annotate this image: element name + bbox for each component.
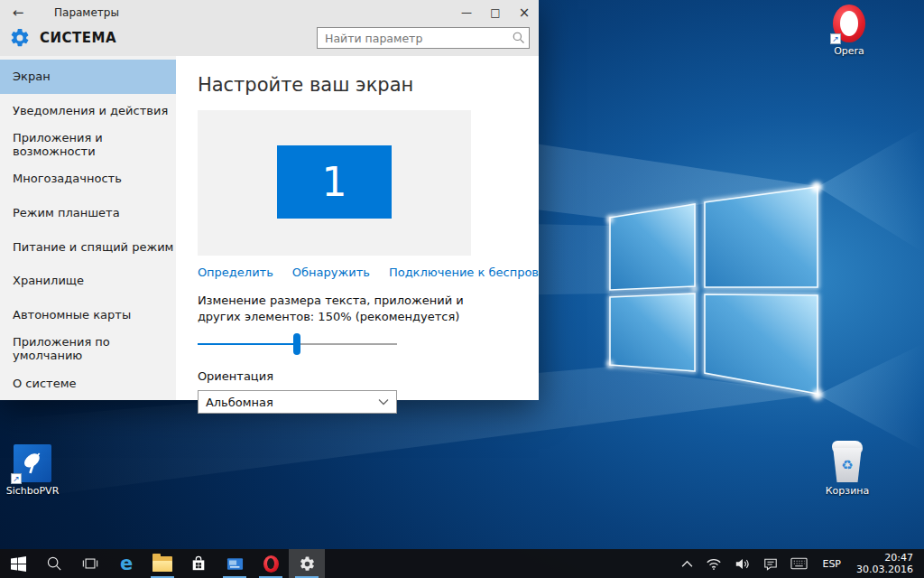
minimize-button[interactable]: — [452,0,481,25]
connect-wireless-link[interactable]: Подключение к беспров [389,266,539,279]
desktop-icon-sichbopvr[interactable]: ↗ SichboPVR [3,444,62,497]
network-button[interactable] [701,549,726,578]
titlebar: ← Параметры — □ × [0,0,539,25]
store-bag-icon [190,555,207,572]
task-view-button[interactable] [72,549,108,578]
slider-fill [198,343,298,345]
taskbar-media-app-button[interactable] [217,549,253,578]
desktop-icon-label: Корзина [826,485,869,497]
sidebar-item-notifications[interactable]: Уведомления и действия [0,94,176,128]
media-app-icon [226,555,244,573]
maximize-button[interactable]: □ [481,0,510,25]
edge-icon: e [120,555,133,573]
detect-link[interactable]: Обнаружить [292,266,370,279]
monitor-preview-area: 1 [198,110,471,256]
satellite-dish-icon: ↗ [14,444,51,482]
close-button[interactable]: × [510,0,539,25]
orientation-label: Ориентация [198,369,539,383]
action-center-icon [763,557,778,571]
desktop-icon-label: SichboPVR [6,485,60,497]
slider-thumb[interactable] [293,333,300,355]
chevron-down-icon [378,398,389,406]
date: 30.03.2016 [856,564,913,575]
taskbar: e [0,549,924,578]
opera-logo-icon: ↗ [833,5,865,42]
taskbar-store-button[interactable] [180,549,217,578]
sidebar-item-offline-maps[interactable]: Автономные карты [0,298,176,332]
sidebar-item-display[interactable]: Экран [0,60,176,94]
sidebar-item-apps-features[interactable]: Приложения и возможности [0,127,176,162]
shortcut-arrow-icon: ↗ [11,473,22,484]
start-button[interactable] [0,549,36,578]
opera-icon [263,555,279,573]
settings-gear-icon [9,27,31,49]
sidebar-item-power-sleep[interactable]: Питание и спящий режим [0,229,176,264]
gear-icon [299,555,316,573]
page-title: СИСТЕМА [40,30,317,46]
taskbar-file-explorer-button[interactable] [144,549,180,578]
show-hidden-icons-button[interactable] [677,549,698,578]
settings-window: ← Параметры — □ × СИСТЕМА Экран Уведомле… [0,0,539,400]
wifi-icon [706,557,722,571]
sidebar-item-multitasking[interactable]: Многозадачность [0,162,176,196]
sidebar-item-about[interactable]: О системе [0,366,176,400]
volume-button[interactable] [730,549,755,578]
back-button[interactable]: ← [0,0,36,25]
section-heading: Настройте ваш экран [198,74,539,96]
keyboard-icon [790,557,808,570]
search-icon [512,31,525,44]
orientation-value: Альбомная [206,396,273,409]
taskbar-opera-button[interactable] [253,549,289,578]
system-tray: ESP 20:47 30.03.2016 [677,549,924,578]
desktop-icon-opera[interactable]: ↗ Opera [819,5,879,57]
windows-logo-icon [11,556,26,572]
clock[interactable]: 20:47 30.03.2016 [851,552,919,575]
display-links: Определить Обнаружить Подключение к бесп… [198,266,539,279]
search-input[interactable] [317,27,530,49]
speaker-icon [735,557,751,571]
desktop-icon-recycle-bin[interactable]: ♻ Корзина [818,441,877,497]
monitor-1[interactable]: 1 [277,145,392,219]
touch-keyboard-button[interactable] [786,549,812,578]
settings-search [317,27,530,49]
desktop: ↗ Opera ↗ SichboPVR ♻ Корзина ← Параме [0,0,924,578]
taskbar-settings-button[interactable] [289,549,325,578]
sidebar-item-default-apps[interactable]: Приложения по умолчанию [0,332,176,367]
desktop-icon-label: Opera [834,45,864,57]
settings-sidebar: Экран Уведомления и действия Приложения … [0,56,176,400]
orientation-dropdown[interactable]: Альбомная [198,390,397,414]
window-header: СИСТЕМА [0,25,539,56]
action-center-button[interactable] [759,549,782,578]
time: 20:47 [856,552,913,564]
task-view-icon [82,555,98,572]
scaling-slider[interactable] [198,333,397,355]
identify-link[interactable]: Определить [198,266,273,279]
file-explorer-icon [152,556,172,572]
taskbar-search-button[interactable] [36,549,72,578]
search-icon [46,555,62,572]
recycle-bin-icon: ♻ [828,441,866,482]
sidebar-item-tablet-mode[interactable]: Режим планшета [0,196,176,230]
taskbar-edge-button[interactable]: e [108,549,144,578]
language-indicator[interactable]: ESP [816,549,847,578]
chevron-up-icon [681,560,693,568]
window-title: Параметры [54,6,452,19]
scaling-label: Изменение размера текста, приложений и д… [198,293,497,325]
shortcut-arrow-icon: ↗ [830,33,841,44]
display-settings-panel: Настройте ваш экран 1 Определить Обнаруж… [176,56,539,400]
sidebar-item-storage[interactable]: Хранилище [0,264,176,298]
